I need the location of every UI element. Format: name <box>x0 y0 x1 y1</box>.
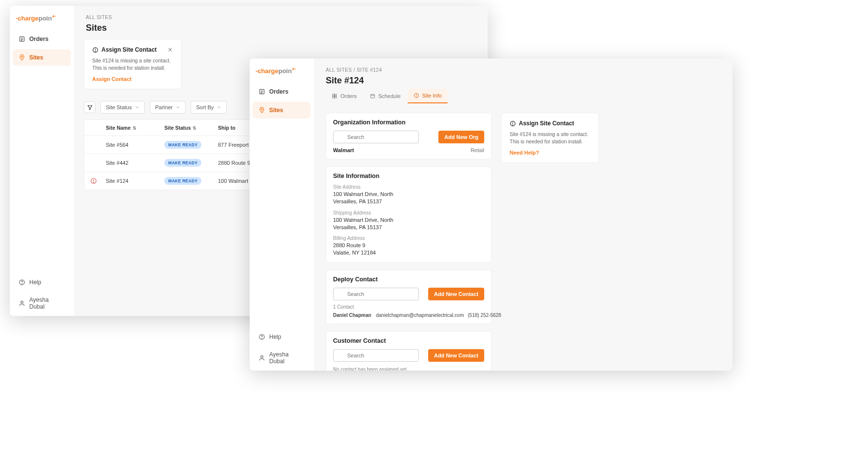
nav-orders-label: Orders <box>269 88 288 95</box>
sidebar: -chargepoin+· Orders Sites Help <box>250 59 314 371</box>
billing-label: Billing Address <box>333 235 484 241</box>
deploy-search-wrap <box>333 288 423 300</box>
nav-user[interactable]: Ayesha Dubal <box>253 346 311 370</box>
nav-sites[interactable]: Sites <box>253 102 311 118</box>
alert-title: Assign Site Contact <box>101 46 157 53</box>
siteinfo-section: Site Information Site Address 100 Walmar… <box>326 166 492 263</box>
nav-help[interactable]: Help <box>13 274 71 291</box>
nav-orders[interactable]: Orders <box>253 83 311 100</box>
svg-point-7 <box>21 301 23 303</box>
deploy-contact-row: Daniel Chapman danielchapman@chapmanelec… <box>333 313 484 318</box>
svg-rect-27 <box>335 97 337 98</box>
org-search-wrap <box>333 131 434 143</box>
tab-schedule[interactable]: Schedule <box>364 89 407 103</box>
col-site-status[interactable]: Site Status⇅ <box>164 125 218 131</box>
sidebar: -chargepoin+· Orders Sites Help <box>10 6 74 316</box>
row-site-name: Site #442 <box>106 160 164 166</box>
nav-sites[interactable]: Sites <box>13 49 71 66</box>
shipping-address: 100 Walmart Drive, North Versailles, PA … <box>333 216 411 231</box>
org-section: Organization Information Add New Org Wal… <box>326 113 492 159</box>
org-type: Retail <box>471 147 484 153</box>
shipping-label: Shipping Address <box>333 210 484 216</box>
nav-user-label: Ayesha Dubal <box>29 296 65 310</box>
grid-icon <box>332 93 337 99</box>
siteinfo-title: Site Information <box>333 173 484 179</box>
col-site-name[interactable]: Site Name⇅ <box>106 125 164 131</box>
filter-sort[interactable]: Sort By <box>191 101 227 114</box>
breadcrumb[interactable]: ALL SITES <box>86 15 476 20</box>
deploy-count: 1 Contact <box>333 304 484 310</box>
assign-contact-alert: Assign Site Contact Site #124 is missing… <box>84 39 181 89</box>
alert-body: Site #124 is missing a site contact. Thi… <box>92 57 173 71</box>
chevron-down-icon <box>176 105 180 110</box>
row-status: MAKE READY <box>164 141 218 149</box>
contact-email: danielchapman@chapmanelectrical.com <box>376 313 464 318</box>
customer-section: Customer Contact Add New Contact No cont… <box>326 331 492 371</box>
svg-point-6 <box>22 284 22 284</box>
customer-empty: No contact has been assigned yet. <box>333 367 484 371</box>
customer-title: Customer Contact <box>333 337 484 344</box>
row-site-name: Site #124 <box>106 178 164 184</box>
status-badge: MAKE READY <box>164 159 201 167</box>
svg-point-23 <box>261 355 263 358</box>
svg-rect-25 <box>335 94 337 96</box>
contact-name: Daniel Chapman <box>333 313 372 318</box>
breadcrumb-leaf: SITE #124 <box>356 67 382 73</box>
nav-sites-label: Sites <box>29 54 43 61</box>
add-org-button[interactable]: Add New Org <box>438 131 484 143</box>
sites-header: ALL SITES Sites <box>74 6 488 39</box>
brand-logo: -chargepoin+· <box>250 64 314 82</box>
page-title: Sites <box>86 23 476 33</box>
filter-partner[interactable]: Partner <box>150 101 186 114</box>
close-icon[interactable] <box>167 47 173 53</box>
filter-icon[interactable] <box>84 101 96 113</box>
add-customer-contact-button[interactable]: Add New Contact <box>428 349 484 362</box>
org-name: Walmart <box>333 147 354 153</box>
deploy-section: Deploy Contact Add New Contact 1 Contact… <box>326 270 492 324</box>
nav-orders[interactable]: Orders <box>13 31 71 47</box>
org-title: Organization Information <box>333 119 484 126</box>
user-icon <box>258 354 265 361</box>
svg-point-34 <box>416 94 416 95</box>
row-status: MAKE READY <box>164 177 218 185</box>
filter-site-status[interactable]: Site Status <box>100 101 145 114</box>
site-address: 100 Walmart Drive, North Versailles, PA … <box>333 191 411 205</box>
user-icon <box>19 300 25 307</box>
svg-rect-24 <box>333 94 335 96</box>
site-detail-window: -chargepoin+· Orders Sites Help <box>250 59 732 371</box>
nav-help-label: Help <box>29 279 41 286</box>
tab-orders[interactable]: Orders <box>326 89 363 103</box>
svg-point-20 <box>261 109 263 110</box>
list-icon <box>19 36 25 42</box>
help-icon <box>19 279 25 286</box>
org-search-input[interactable] <box>333 131 419 143</box>
tab-site-info[interactable]: Site Info <box>408 89 448 103</box>
nav-user-label: Ayesha Dubal <box>269 351 305 365</box>
svg-point-4 <box>21 56 23 58</box>
assign-contact-link[interactable]: Assign Contact <box>92 76 173 82</box>
svg-rect-28 <box>371 95 375 98</box>
chevron-down-icon <box>135 105 139 110</box>
alert-icon <box>92 47 99 53</box>
alert-icon <box>510 120 516 127</box>
nav-user[interactable]: Ayesha Dubal <box>13 292 71 315</box>
customer-search-input[interactable] <box>333 349 419 362</box>
need-help-link[interactable]: Need Help? <box>510 150 591 156</box>
pin-icon <box>19 54 25 61</box>
help-icon <box>258 333 265 340</box>
contact-phone: (518) 252-5628 <box>468 313 505 318</box>
alert-title: Assign Site Contact <box>519 120 574 127</box>
detail-content: Organization Information Add New Org Wal… <box>314 104 732 371</box>
customer-search-wrap <box>333 349 423 362</box>
svg-rect-26 <box>333 97 335 98</box>
svg-point-15 <box>94 182 94 183</box>
svg-point-10 <box>95 51 96 51</box>
add-deploy-contact-button[interactable]: Add New Contact <box>428 288 484 300</box>
calendar-icon <box>370 93 375 99</box>
breadcrumb-root[interactable]: ALL SITES <box>326 67 352 73</box>
detail-tabs: Orders Schedule Site Info <box>314 89 732 104</box>
page-title: Site #124 <box>326 76 721 86</box>
nav-help[interactable]: Help <box>253 329 311 345</box>
nav-help-label: Help <box>269 333 281 340</box>
deploy-search-input[interactable] <box>333 288 419 300</box>
